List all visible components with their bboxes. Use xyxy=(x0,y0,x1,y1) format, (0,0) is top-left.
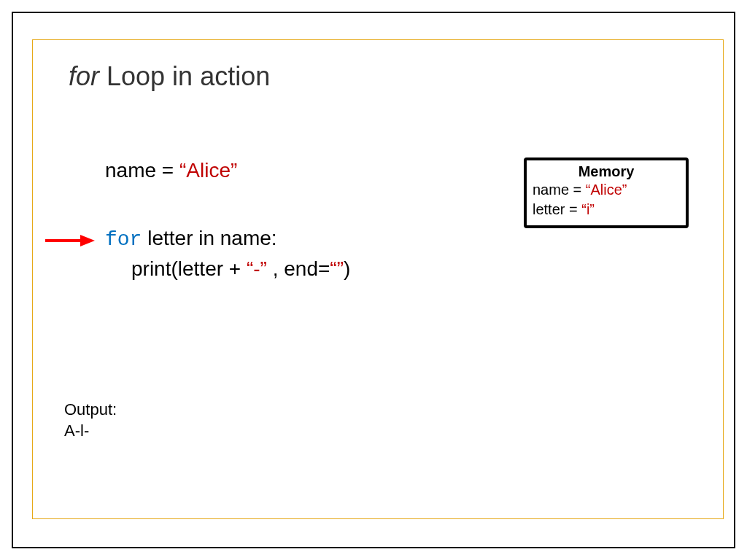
code-line-1: name = “Alice” xyxy=(105,156,350,186)
memory-line-2: letter = “i” xyxy=(533,200,680,219)
code-text: name = xyxy=(105,159,179,182)
code-text: print(letter + xyxy=(131,257,247,280)
arrow-icon xyxy=(44,233,96,251)
code-keyword: for xyxy=(105,228,142,251)
code-line-2: for letter in name: xyxy=(105,224,350,255)
code-string: “Alice” xyxy=(179,159,237,182)
code-string: “-” xyxy=(247,257,267,280)
code-text: , end= xyxy=(267,257,330,280)
code-string: “” xyxy=(330,257,344,280)
svg-marker-1 xyxy=(80,235,95,246)
output-label: Output: xyxy=(64,400,117,421)
title-keyword: for xyxy=(69,61,99,91)
memory-title: Memory xyxy=(533,163,680,180)
title-rest: Loop in action xyxy=(99,61,270,91)
output-value: A-l- xyxy=(64,421,117,442)
memory-value: “i” xyxy=(581,201,595,217)
code-block: name = “Alice” for letter in name: print… xyxy=(105,156,350,284)
code-line-3: print(letter + “-” , end=“”) xyxy=(105,254,350,284)
memory-box: Memory name = “Alice” letter = “i” xyxy=(524,158,689,228)
memory-text: name = xyxy=(533,182,586,198)
code-text: letter in name: xyxy=(142,227,276,249)
slide-title: for Loop in action xyxy=(69,61,270,92)
code-text: ) xyxy=(344,257,350,280)
memory-line-1: name = “Alice” xyxy=(533,180,680,200)
memory-text: letter = xyxy=(533,201,581,217)
output-block: Output: A-l- xyxy=(64,400,117,441)
memory-value: “Alice” xyxy=(586,182,627,198)
